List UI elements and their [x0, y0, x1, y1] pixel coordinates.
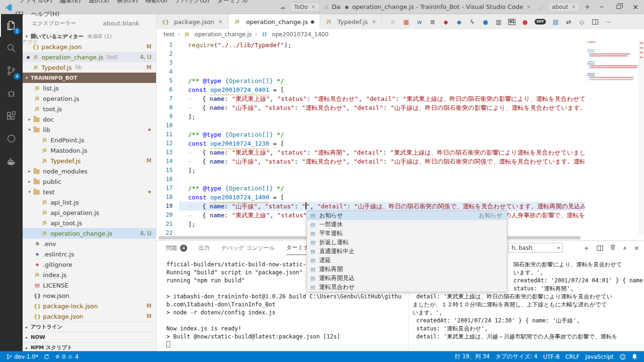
debug-activity-icon[interactable] — [0, 82, 23, 105]
close-icon[interactable]: × — [571, 4, 576, 10]
code-line[interactable]: require("./../lib/Typedef"); — [179, 41, 585, 49]
line-number[interactable]: 6 — [157, 85, 179, 94]
indentation-indicator[interactable]: タブのサイズ: 4 — [493, 351, 540, 362]
code-line[interactable]: →{ name: "東武東上線", "status": "運転見合わせ", "d… — [179, 94, 585, 103]
lightning-icon[interactable]: ϟ — [469, 18, 476, 25]
line-number[interactable]: 16 — [157, 175, 179, 184]
line-number[interactable]: 12 — [157, 139, 179, 148]
line-number[interactable]: 17 — [157, 184, 179, 193]
file-row-Typedef.js[interactable]: JSTypedef.jsM — [23, 156, 156, 166]
menu-選択(S)[interactable]: 選択(S) — [84, 0, 113, 4]
menu-ファイル(F)[interactable]: ファイル(F) — [15, 0, 56, 4]
file-row-EndPoint.js[interactable]: JSEndPoint.js — [23, 135, 156, 145]
file-row-package.json[interactable]: {}package.jsonM — [23, 311, 156, 321]
file-row-index.js[interactable]: JSindex.js — [23, 270, 156, 280]
sync-button[interactable] — [41, 351, 52, 362]
file-row-LICENSE[interactable]: ▤LICENSE — [23, 280, 156, 290]
code-line[interactable]: →{ name: "山手線", "status": "", "detail": … — [179, 202, 585, 211]
line-number[interactable]: 14 — [157, 157, 179, 166]
line-number[interactable]: 18 — [157, 193, 179, 202]
code-line[interactable]: /** @type {Operation[]} */ — [179, 130, 585, 139]
panel-tab-問題[interactable]: 問題4 — [166, 241, 187, 255]
language-mode-indicator[interactable]: JavaScript — [582, 351, 616, 362]
suggest-item-平常運転[interactable]: ▤平常運転 — [307, 229, 507, 238]
overlay-tab-da[interactable]: Da — [332, 3, 340, 10]
docs-book-icon[interactable]: ▤ — [552, 18, 559, 25]
close-icon[interactable]: × — [372, 18, 376, 25]
code-line[interactable]: →{ name: "東武東上線", "status": "運転再開", "det… — [179, 148, 585, 157]
rows-icon[interactable]: ▥ — [495, 18, 502, 25]
file-row-.eslintrc.js[interactable]: ◆.eslintrc.js — [23, 249, 156, 259]
line-number[interactable]: 5 — [157, 76, 179, 85]
overlay-tab-todo[interactable]: ToDo × — [290, 2, 320, 12]
suggest-item-遅延[interactable]: ▤遅延 — [307, 256, 507, 265]
word-wrap-icon[interactable]: ≣ — [429, 18, 436, 25]
breadcrumb-item-operation_change.js[interactable]: JSoperation_change.js — [183, 31, 252, 38]
line-number[interactable]: 7 — [157, 94, 179, 103]
line-number[interactable]: 2 — [157, 49, 179, 58]
file-row-Mastodon.js[interactable]: JSMastodon.js — [23, 145, 156, 156]
line-number[interactable]: 8 — [157, 103, 179, 112]
file-row-operation_change.js[interactable]: JSoperation_change.js4, U — [23, 228, 156, 239]
terminal-selector[interactable]: h, bash ▾ — [508, 243, 563, 253]
open-editor-operation_change.js[interactable]: ●JSoperation_change.jstest4, U — [23, 52, 156, 62]
section-NOW[interactable]: ▸NOW — [23, 332, 156, 342]
more-actions-icon[interactable]: ⋯ — [605, 18, 612, 25]
code-line[interactable] — [179, 49, 585, 58]
new-tab-icon[interactable]: + — [584, 3, 590, 11]
code-line[interactable]: /** @type {Operation[]} */ — [179, 184, 585, 193]
binary-icon[interactable]: 01 — [508, 19, 515, 25]
panel-tab-デバッグ コンソール[interactable]: デバッグ コンソール — [221, 241, 275, 255]
folder-row-doc[interactable]: ▸doc — [23, 114, 156, 124]
panel-tab-出力[interactable]: 出力 — [198, 241, 210, 255]
tool-icon[interactable]: ◆ — [442, 18, 449, 25]
gem-icon[interactable]: ◆ — [455, 18, 462, 25]
line-number[interactable]: 1 — [157, 41, 179, 49]
close-icon[interactable]: × — [527, 4, 531, 10]
line-number[interactable]: 11 — [157, 130, 179, 139]
file-row-.env[interactable]: ✱.env — [23, 239, 156, 249]
eol-indicator[interactable]: CRLF — [562, 351, 582, 362]
folder-row-test[interactable]: ▾test● — [23, 187, 156, 197]
line-number[interactable]: 19 — [157, 202, 179, 211]
problems-indicator[interactable]: ⊘ 0 ⚠ 4 — [52, 351, 81, 362]
file-row-.gitignore[interactable]: ◆.gitignore — [23, 259, 156, 270]
code-line[interactable]: →{ name: "山手線", "status": "運転見合わせ", "det… — [179, 157, 585, 166]
split-editor-icon[interactable] — [592, 18, 599, 25]
close-icon[interactable]: × — [311, 4, 315, 10]
suggest-item-一部運休[interactable]: ▤一部運休 — [307, 220, 507, 229]
folder-row-lib[interactable]: ▾lib● — [23, 124, 156, 135]
folder-row-node_modules[interactable]: ▸node_modules — [23, 166, 156, 176]
code-line[interactable]: const ope20010724_1230 = [ — [179, 139, 585, 148]
code-line[interactable]: →{ name: "山手線", "status": "運転見合わせ", "det… — [179, 103, 585, 112]
file-row-api_list.js[interactable]: JSapi_list.js — [23, 197, 156, 207]
encoding-indicator[interactable]: UTF-8 — [540, 351, 562, 362]
live-share-activity-icon[interactable] — [0, 127, 23, 150]
record-icon[interactable]: ● — [521, 18, 528, 25]
open-editor-package.json[interactable]: {}package.jsonM — [23, 41, 156, 52]
line-number[interactable]: 3 — [157, 58, 179, 67]
file-row-api_operation.js[interactable]: JSapi_operation.js — [23, 207, 156, 218]
open-editors-header[interactable]: ▾ 開いているエディター 未保存 (1) — [23, 31, 156, 41]
code-line[interactable]: ]; — [179, 166, 585, 175]
new-terminal-button[interactable]: + — [583, 244, 590, 252]
line-number[interactable]: 10 — [157, 121, 179, 130]
extensions-activity-icon[interactable] — [0, 105, 23, 127]
run-circle-icon[interactable]: ● — [482, 18, 489, 25]
minimap[interactable] — [587, 41, 637, 85]
code-line[interactable] — [179, 67, 585, 76]
search-activity-icon[interactable] — [0, 37, 23, 59]
menu-編集(E)[interactable]: 編集(E) — [56, 0, 84, 4]
code-line[interactable] — [179, 58, 585, 67]
code-line[interactable]: const ope20010724_1400 = [ — [179, 193, 585, 202]
favorite-star-icon[interactable]: ☆ — [389, 18, 396, 25]
editor-tab-Typedef.js[interactable]: JSTypedef.js× — [320, 14, 382, 29]
file-row-list.js[interactable]: JSlist.js — [23, 83, 156, 93]
cursor-position[interactable]: 行 19、列 34 — [452, 351, 493, 362]
file-row-operation.js[interactable]: JSoperation.js — [23, 93, 156, 104]
git-branch-indicator[interactable]: dev-1.0* — [4, 351, 41, 362]
menu-デバッグ(D)[interactable]: デバッグ(D) — [171, 0, 213, 4]
overlay-tab-about[interactable]: about × — [548, 2, 580, 12]
split-terminal-button[interactable] — [597, 246, 603, 251]
line-number[interactable]: 4 — [157, 67, 179, 76]
